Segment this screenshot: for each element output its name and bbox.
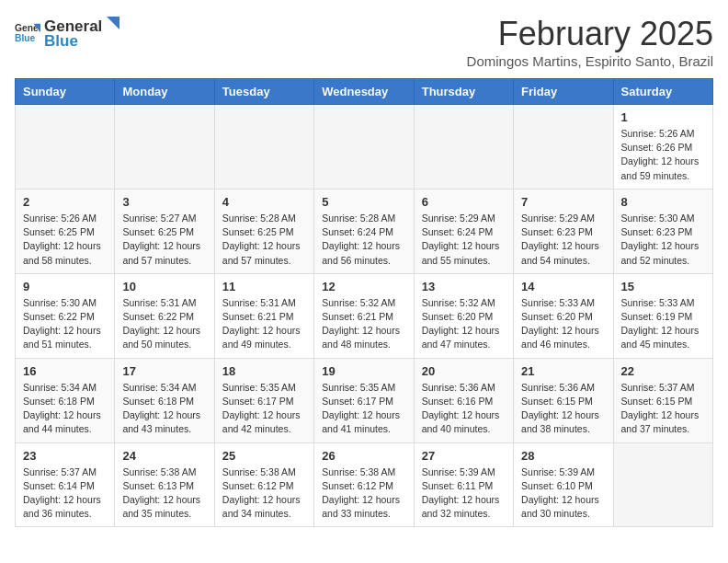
day-number: 27 [422, 449, 506, 463]
day-number: 12 [322, 280, 405, 293]
day-info: Sunrise: 5:26 AM Sunset: 6:26 PM Dayligh… [621, 127, 705, 183]
calendar-header-thursday: Thursday [414, 79, 513, 105]
day-number: 25 [222, 449, 306, 463]
day-number: 24 [122, 449, 206, 463]
calendar-cell: 19Sunrise: 5:35 AM Sunset: 6:17 PM Dayli… [314, 358, 414, 442]
page-header: General Blue General Blue February 2025 … [15, 15, 713, 69]
day-info: Sunrise: 5:27 AM Sunset: 6:25 PM Dayligh… [122, 212, 206, 268]
day-info: Sunrise: 5:31 AM Sunset: 6:22 PM Dayligh… [122, 296, 206, 352]
title-block: February 2025 Domingos Martins, Espirito… [467, 15, 713, 69]
calendar-cell: 4Sunrise: 5:28 AM Sunset: 6:25 PM Daylig… [214, 189, 313, 273]
calendar-cell: 10Sunrise: 5:31 AM Sunset: 6:22 PM Dayli… [115, 273, 214, 358]
day-number: 4 [222, 195, 306, 209]
calendar-cell [16, 105, 115, 190]
calendar-week-row: 23Sunrise: 5:37 AM Sunset: 6:14 PM Dayli… [16, 442, 713, 527]
calendar-cell: 12Sunrise: 5:32 AM Sunset: 6:21 PM Dayli… [314, 273, 414, 358]
calendar-header-saturday: Saturday [613, 79, 712, 105]
day-info: Sunrise: 5:36 AM Sunset: 6:15 PM Dayligh… [521, 381, 605, 437]
calendar-cell: 16Sunrise: 5:34 AM Sunset: 6:18 PM Dayli… [16, 358, 115, 442]
calendar-week-row: 1Sunrise: 5:26 AM Sunset: 6:26 PM Daylig… [16, 105, 713, 190]
day-number: 1 [621, 110, 705, 124]
day-number: 28 [521, 449, 605, 463]
calendar-cell [514, 105, 613, 190]
day-number: 7 [521, 195, 605, 209]
calendar-cell: 22Sunrise: 5:37 AM Sunset: 6:15 PM Dayli… [613, 358, 712, 442]
calendar-cell: 20Sunrise: 5:36 AM Sunset: 6:16 PM Dayli… [414, 358, 513, 442]
day-number: 21 [521, 364, 605, 378]
day-info: Sunrise: 5:34 AM Sunset: 6:18 PM Dayligh… [23, 381, 107, 437]
day-info: Sunrise: 5:37 AM Sunset: 6:15 PM Dayligh… [621, 381, 705, 437]
calendar-header-wednesday: Wednesday [314, 79, 414, 105]
logo-triangle-icon [103, 15, 119, 31]
calendar-cell: 6Sunrise: 5:29 AM Sunset: 6:24 PM Daylig… [414, 189, 513, 273]
calendar-cell: 28Sunrise: 5:39 AM Sunset: 6:10 PM Dayli… [514, 442, 613, 527]
calendar-cell: 1Sunrise: 5:26 AM Sunset: 6:26 PM Daylig… [613, 105, 712, 190]
calendar-cell: 5Sunrise: 5:28 AM Sunset: 6:24 PM Daylig… [314, 189, 414, 273]
calendar-table: SundayMondayTuesdayWednesdayThursdayFrid… [15, 78, 713, 527]
calendar-week-row: 16Sunrise: 5:34 AM Sunset: 6:18 PM Dayli… [16, 358, 713, 442]
day-info: Sunrise: 5:26 AM Sunset: 6:25 PM Dayligh… [23, 212, 107, 268]
day-number: 23 [23, 449, 107, 463]
calendar-cell: 14Sunrise: 5:33 AM Sunset: 6:20 PM Dayli… [514, 273, 613, 358]
day-number: 19 [322, 364, 405, 378]
calendar-header-friday: Friday [514, 79, 613, 105]
calendar-header-sunday: Sunday [16, 79, 115, 105]
calendar-cell: 15Sunrise: 5:33 AM Sunset: 6:19 PM Dayli… [613, 273, 712, 358]
calendar-cell: 3Sunrise: 5:27 AM Sunset: 6:25 PM Daylig… [115, 189, 214, 273]
calendar-cell [314, 105, 414, 190]
day-number: 20 [422, 364, 506, 378]
day-info: Sunrise: 5:38 AM Sunset: 6:12 PM Dayligh… [322, 465, 405, 522]
month-title: February 2025 [467, 15, 713, 53]
day-info: Sunrise: 5:37 AM Sunset: 6:14 PM Dayligh… [23, 465, 107, 522]
day-info: Sunrise: 5:38 AM Sunset: 6:13 PM Dayligh… [122, 465, 206, 522]
day-info: Sunrise: 5:29 AM Sunset: 6:23 PM Dayligh… [521, 212, 605, 268]
day-info: Sunrise: 5:30 AM Sunset: 6:23 PM Dayligh… [621, 212, 705, 268]
calendar-cell: 27Sunrise: 5:39 AM Sunset: 6:11 PM Dayli… [414, 442, 513, 527]
day-number: 8 [621, 195, 705, 209]
calendar-cell: 23Sunrise: 5:37 AM Sunset: 6:14 PM Dayli… [16, 442, 115, 527]
day-info: Sunrise: 5:38 AM Sunset: 6:12 PM Dayligh… [222, 465, 306, 522]
day-info: Sunrise: 5:28 AM Sunset: 6:24 PM Dayligh… [322, 212, 405, 268]
calendar-cell: 17Sunrise: 5:34 AM Sunset: 6:18 PM Dayli… [115, 358, 214, 442]
day-info: Sunrise: 5:36 AM Sunset: 6:16 PM Dayligh… [422, 381, 506, 437]
calendar-cell: 7Sunrise: 5:29 AM Sunset: 6:23 PM Daylig… [514, 189, 613, 273]
calendar-cell: 2Sunrise: 5:26 AM Sunset: 6:25 PM Daylig… [16, 189, 115, 273]
day-info: Sunrise: 5:30 AM Sunset: 6:22 PM Dayligh… [23, 296, 107, 352]
calendar-header-tuesday: Tuesday [214, 79, 313, 105]
calendar-cell: 18Sunrise: 5:35 AM Sunset: 6:17 PM Dayli… [214, 358, 313, 442]
day-info: Sunrise: 5:29 AM Sunset: 6:24 PM Dayligh… [422, 212, 506, 268]
calendar-cell: 21Sunrise: 5:36 AM Sunset: 6:15 PM Dayli… [514, 358, 613, 442]
calendar-header-monday: Monday [115, 79, 214, 105]
calendar-cell: 25Sunrise: 5:38 AM Sunset: 6:12 PM Dayli… [214, 442, 313, 527]
day-number: 6 [422, 195, 506, 209]
logo: General Blue General Blue [15, 15, 120, 51]
calendar-cell: 13Sunrise: 5:32 AM Sunset: 6:20 PM Dayli… [414, 273, 513, 358]
day-number: 10 [122, 280, 206, 293]
calendar-week-row: 9Sunrise: 5:30 AM Sunset: 6:22 PM Daylig… [16, 273, 713, 358]
calendar-cell [214, 105, 313, 190]
location-subtitle: Domingos Martins, Espirito Santo, Brazil [467, 53, 713, 69]
day-number: 11 [222, 280, 306, 293]
day-info: Sunrise: 5:31 AM Sunset: 6:21 PM Dayligh… [222, 296, 306, 352]
calendar-cell [115, 105, 214, 190]
logo-icon: General Blue [15, 20, 40, 46]
calendar-cell: 26Sunrise: 5:38 AM Sunset: 6:12 PM Dayli… [314, 442, 414, 527]
day-number: 3 [122, 195, 206, 209]
day-number: 14 [521, 280, 605, 293]
calendar-cell: 9Sunrise: 5:30 AM Sunset: 6:22 PM Daylig… [16, 273, 115, 358]
day-number: 17 [122, 364, 206, 378]
calendar-cell: 8Sunrise: 5:30 AM Sunset: 6:23 PM Daylig… [613, 189, 712, 273]
svg-text:Blue: Blue [15, 33, 36, 43]
calendar-header-row: SundayMondayTuesdayWednesdayThursdayFrid… [16, 79, 713, 105]
day-info: Sunrise: 5:39 AM Sunset: 6:10 PM Dayligh… [521, 465, 605, 522]
day-info: Sunrise: 5:33 AM Sunset: 6:20 PM Dayligh… [521, 296, 605, 352]
calendar-cell: 11Sunrise: 5:31 AM Sunset: 6:21 PM Dayli… [214, 273, 313, 358]
day-info: Sunrise: 5:32 AM Sunset: 6:20 PM Dayligh… [422, 296, 506, 352]
calendar-cell: 24Sunrise: 5:38 AM Sunset: 6:13 PM Dayli… [115, 442, 214, 527]
svg-marker-3 [107, 17, 119, 29]
calendar-cell [414, 105, 513, 190]
day-number: 15 [621, 280, 705, 293]
day-number: 9 [23, 280, 107, 293]
day-number: 22 [621, 364, 705, 378]
day-number: 5 [322, 195, 405, 209]
